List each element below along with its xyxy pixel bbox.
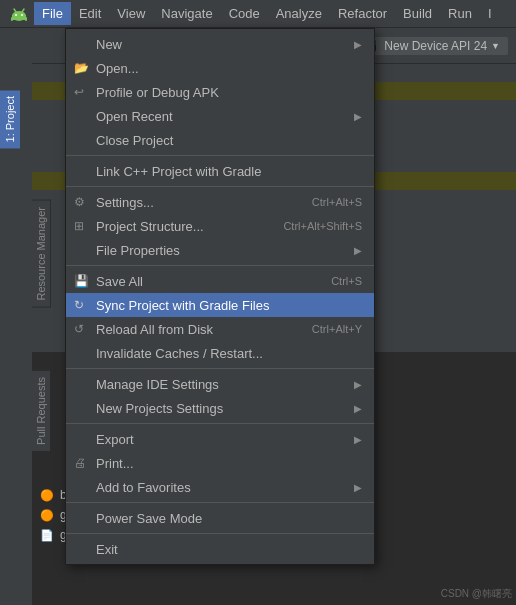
- recent-arrow: ▶: [354, 111, 362, 122]
- reload-icon: ↺: [74, 322, 84, 336]
- gradle-icon: 🟠: [40, 489, 54, 502]
- menu-item-project-structure[interactable]: ⊞ Project Structure... Ctrl+Alt+Shift+S: [66, 214, 374, 238]
- print-icon: 🖨: [74, 456, 86, 470]
- device-label: New Device API 24: [384, 39, 487, 53]
- menu-item-print[interactable]: 🖨 Print...: [66, 451, 374, 475]
- gradle-properties-icon: 🟠: [40, 509, 54, 522]
- menu-item-profile[interactable]: ↩ Profile or Debug APK: [66, 80, 374, 104]
- menu-item-reload[interactable]: ↺ Reload All from Disk Ctrl+Alt+Y: [66, 317, 374, 341]
- new-projects-arrow: ▶: [354, 403, 362, 414]
- new-arrow: ▶: [354, 39, 362, 50]
- separator-4: [66, 368, 374, 369]
- menu-navigate[interactable]: Navigate: [153, 2, 220, 25]
- menu-item-sync-gradle[interactable]: ↻ Sync Project with Gradle Files: [66, 293, 374, 317]
- separator-5: [66, 423, 374, 424]
- separator-2: [66, 186, 374, 187]
- menu-bar: File Edit View Navigate Code Analyze Ref…: [0, 0, 516, 28]
- separator-6: [66, 502, 374, 503]
- favorites-arrow: ▶: [354, 482, 362, 493]
- settings-icon: ⚙: [74, 195, 85, 209]
- svg-line-5: [22, 9, 24, 12]
- file-dropdown-menu: New ▶ 📂 Open... ↩ Profile or Debug APK O…: [65, 28, 375, 565]
- device-dropdown-arrow[interactable]: ▼: [491, 41, 500, 51]
- menu-item-manage-ide[interactable]: Manage IDE Settings ▶: [66, 372, 374, 396]
- menu-item-file-properties[interactable]: File Properties ▶: [66, 238, 374, 262]
- menu-edit[interactable]: Edit: [71, 2, 109, 25]
- menu-file[interactable]: File: [34, 2, 71, 25]
- gradlew-icon: 📄: [40, 529, 54, 542]
- menu-view[interactable]: View: [109, 2, 153, 25]
- profile-icon: ↩: [74, 85, 84, 99]
- menu-analyze[interactable]: Analyze: [268, 2, 330, 25]
- manage-ide-arrow: ▶: [354, 379, 362, 390]
- menu-item-open-recent[interactable]: Open Recent ▶: [66, 104, 374, 128]
- menu-item-settings[interactable]: ⚙ Settings... Ctrl+Alt+S: [66, 190, 374, 214]
- separator-7: [66, 533, 374, 534]
- menu-item-open[interactable]: 📂 Open...: [66, 56, 374, 80]
- save-icon: 💾: [74, 274, 89, 288]
- menu-item-close-project[interactable]: Close Project: [66, 128, 374, 152]
- resource-manager-tab[interactable]: Resource Manager: [32, 200, 51, 308]
- project-tab[interactable]: 1: Project: [0, 90, 20, 148]
- svg-rect-6: [11, 17, 13, 21]
- menu-more[interactable]: I: [480, 2, 500, 25]
- separator-1: [66, 155, 374, 156]
- menu-item-add-favorites[interactable]: Add to Favorites ▶: [66, 475, 374, 499]
- menu-item-power-save[interactable]: Power Save Mode: [66, 506, 374, 530]
- menu-item-new-projects-settings[interactable]: New Projects Settings ▶: [66, 396, 374, 420]
- sync-icon: ↻: [74, 298, 84, 312]
- menu-build[interactable]: Build: [395, 2, 440, 25]
- menu-item-invalidate[interactable]: Invalidate Caches / Restart...: [66, 341, 374, 365]
- menu-item-new[interactable]: New ▶: [66, 32, 374, 56]
- menu-run[interactable]: Run: [440, 2, 480, 25]
- menu-item-link-cpp[interactable]: Link C++ Project with Gradle: [66, 159, 374, 183]
- watermark: CSDN @韩曙亮: [441, 587, 512, 601]
- svg-line-4: [14, 9, 16, 12]
- svg-rect-7: [25, 17, 27, 21]
- menu-item-exit[interactable]: Exit: [66, 537, 374, 561]
- menu-item-save-all[interactable]: 💾 Save All Ctrl+S: [66, 269, 374, 293]
- svg-point-3: [21, 14, 23, 16]
- export-arrow: ▶: [354, 434, 362, 445]
- menu-item-export[interactable]: Export ▶: [66, 427, 374, 451]
- menu-refactor[interactable]: Refactor: [330, 2, 395, 25]
- folder-icon: 📂: [74, 61, 89, 75]
- svg-point-2: [15, 14, 17, 16]
- pull-requests-tab[interactable]: Pull Requests: [32, 370, 51, 452]
- menu-code[interactable]: Code: [221, 2, 268, 25]
- device-selector[interactable]: 📱 New Device API 24 ▼: [357, 37, 508, 55]
- project-structure-icon: ⊞: [74, 219, 84, 233]
- separator-3: [66, 265, 374, 266]
- android-icon: [8, 3, 30, 25]
- file-properties-arrow: ▶: [354, 245, 362, 256]
- svg-rect-1: [12, 15, 26, 20]
